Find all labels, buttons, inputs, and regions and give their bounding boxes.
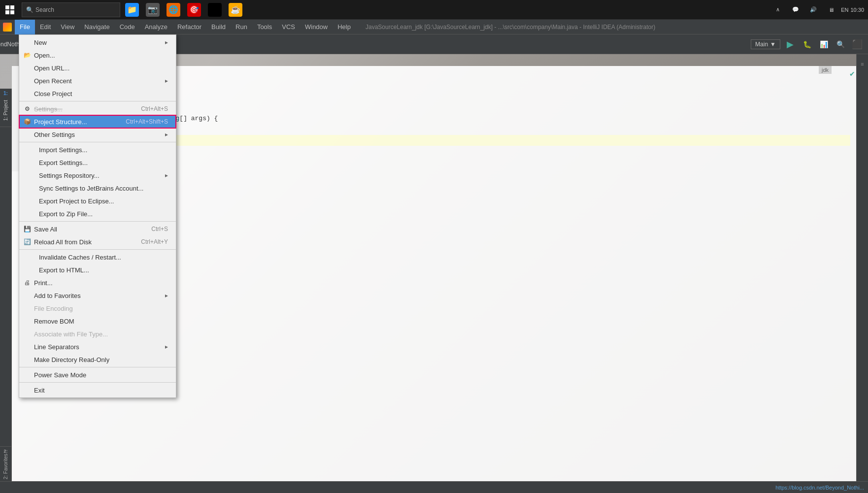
menu-exit[interactable]: Exit bbox=[19, 384, 176, 396]
taskbar-time: 10:30 bbox=[850, 7, 864, 13]
menu-view[interactable]: View bbox=[56, 20, 79, 34]
statusbar-right: https://blog.csdn.net/Beyond_Nothi... bbox=[775, 485, 864, 491]
menu-settings-repo[interactable]: Settings Repository... ▸ bbox=[19, 169, 176, 182]
menu-settings-label: Settings... bbox=[34, 105, 133, 113]
taskbar-app-icons: 📁 📷 🌐 🎯 IJ ☕ bbox=[122, 0, 245, 20]
project-panel-label[interactable]: 1: 1: Project bbox=[0, 89, 11, 127]
menu-project-structure[interactable]: 📦 Project Structure... Ctrl+Alt+Shift+S bbox=[19, 115, 176, 128]
windows-taskbar: 🔍 Search 📁 📷 🌐 🎯 IJ ☕ ∧ 💬 🔊 🖥 EN 10:30 bbox=[0, 0, 868, 20]
menu-settings[interactable]: ⚙ Settings... Ctrl+Alt+S bbox=[19, 102, 176, 115]
reload-icon: 🔄 bbox=[23, 238, 31, 246]
dropdown-section-7: Exit bbox=[19, 382, 176, 397]
menu-remove-bom-label: Remove BOM bbox=[34, 318, 168, 325]
run-button[interactable]: ▶ bbox=[783, 37, 797, 51]
menu-line-separators[interactable]: Line Separators ▸ bbox=[19, 340, 176, 353]
taskbar-lang: EN bbox=[841, 7, 848, 13]
project-number: 1: bbox=[3, 91, 8, 96]
toolbar-breadcrumb: yondNothing bbox=[4, 37, 18, 51]
menu-sync-settings[interactable]: Sync Settings to JetBrains Account... bbox=[19, 182, 176, 195]
menu-open-recent-arrow: ▸ bbox=[165, 77, 168, 84]
menu-build[interactable]: Build bbox=[206, 20, 231, 34]
menu-analyze[interactable]: Analyze bbox=[140, 20, 172, 34]
menu-print[interactable]: 🖨 Print... bbox=[19, 276, 176, 289]
menu-make-dir-readonly[interactable]: Make Directory Read-Only bbox=[19, 353, 176, 366]
menu-open-recent[interactable]: Open Recent ▸ bbox=[19, 74, 176, 87]
taskbar-app-browser[interactable]: 🌐 bbox=[164, 0, 183, 20]
save-all-shortcut: Ctrl+S bbox=[151, 226, 168, 232]
menu-open-recent-label: Open Recent bbox=[34, 77, 165, 85]
run-config-dropdown-icon: ▼ bbox=[770, 41, 776, 48]
gutter-checkmark: ✔ bbox=[849, 70, 855, 78]
menu-import-settings-label: Import Settings... bbox=[39, 146, 168, 154]
menu-close-project[interactable]: Close Project bbox=[19, 87, 176, 100]
dropdown-section-2: ⚙ Settings... Ctrl+Alt+S 📦 Project Struc… bbox=[19, 101, 176, 142]
menu-help[interactable]: Help bbox=[333, 20, 356, 34]
menu-export-zip[interactable]: Export to Zip File... bbox=[19, 207, 176, 220]
menu-add-favorites[interactable]: Add to Favorites ▸ bbox=[19, 289, 176, 302]
menu-print-label: Print... bbox=[34, 279, 168, 287]
taskbar-app-idea[interactable]: IJ bbox=[205, 0, 225, 20]
menu-export-eclipse[interactable]: Export Project to Eclipse... bbox=[19, 195, 176, 207]
menu-other-settings-arrow: ▸ bbox=[165, 131, 168, 138]
menu-navigate[interactable]: Navigate bbox=[79, 20, 114, 34]
ide-container: File Edit View Navigate Code Analyze Ref… bbox=[0, 20, 868, 493]
dropdown-section-4: 💾 Save All Ctrl+S 🔄 Reload All from Disk… bbox=[19, 221, 176, 249]
menu-add-favorites-arrow: ▸ bbox=[165, 292, 168, 299]
menu-vcs[interactable]: VCS bbox=[277, 20, 300, 34]
menu-import-settings[interactable]: Import Settings... bbox=[19, 143, 176, 156]
menu-save-all[interactable]: 💾 Save All Ctrl+S bbox=[19, 223, 176, 235]
stop-button[interactable]: ⬛ bbox=[850, 37, 864, 51]
taskbar-chat-icon[interactable]: 💬 bbox=[788, 2, 803, 18]
menu-window[interactable]: Window bbox=[300, 20, 333, 34]
taskbar-app-3[interactable]: 🎯 bbox=[184, 0, 204, 20]
menu-open[interactable]: 📂 Open... bbox=[19, 49, 176, 62]
project-structure-icon: 📦 bbox=[23, 118, 31, 126]
taskbar-right: ∧ 💬 🔊 🖥 EN 10:30 bbox=[770, 2, 868, 18]
menu-tools[interactable]: Tools bbox=[252, 20, 277, 34]
menu-open-url[interactable]: Open URL... bbox=[19, 62, 176, 74]
start-button[interactable] bbox=[0, 0, 20, 20]
taskbar-up-icon[interactable]: ∧ bbox=[770, 2, 786, 18]
menu-new[interactable]: New ▸ bbox=[19, 36, 176, 49]
menu-export-settings-label: Export Settings... bbox=[39, 159, 168, 166]
menu-exit-label: Exit bbox=[34, 387, 168, 394]
menu-export-settings[interactable]: Export Settings... bbox=[19, 156, 176, 169]
save-all-icon: 💾 bbox=[23, 225, 31, 233]
menu-invalidate-caches[interactable]: Invalidate Caches / Restart... bbox=[19, 251, 176, 263]
profile-button[interactable]: 🔍 bbox=[834, 37, 847, 51]
dropdown-section-1: New ▸ 📂 Open... Open URL... Open Recent … bbox=[19, 35, 176, 101]
window-title: JavaSourceLearn_jdk [G:\JavaSourceLearn_… bbox=[366, 24, 868, 31]
menu-open-label: Open... bbox=[34, 52, 168, 59]
svg-rect-1 bbox=[10, 5, 14, 9]
svg-rect-3 bbox=[10, 10, 14, 14]
taskbar-app-photos[interactable]: 📷 bbox=[143, 0, 163, 20]
menu-export-html[interactable]: Export to HTML... bbox=[19, 263, 176, 276]
taskbar-search[interactable]: 🔍 Search bbox=[22, 2, 120, 17]
menu-associate-file-type-label: Associate with File Type... bbox=[34, 330, 168, 338]
taskbar-monitor-icon[interactable]: 🖥 bbox=[823, 2, 839, 18]
menu-reload-disk[interactable]: 🔄 Reload All from Disk Ctrl+Alt+Y bbox=[19, 235, 176, 248]
coverage-button[interactable]: 📊 bbox=[817, 37, 831, 51]
menu-code[interactable]: Code bbox=[115, 20, 140, 34]
taskbar-app-explorer[interactable]: 📁 bbox=[122, 0, 142, 20]
dropdown-section-3: Import Settings... Export Settings... Se… bbox=[19, 142, 176, 221]
menu-remove-bom[interactable]: Remove BOM bbox=[19, 315, 176, 328]
menu-associate-file-type: Associate with File Type... bbox=[19, 328, 176, 340]
right-panel-btn[interactable]: ≡ bbox=[857, 58, 868, 70]
menu-refactor[interactable]: Refactor bbox=[172, 20, 206, 34]
taskbar-speaker-icon[interactable]: 🔊 bbox=[805, 2, 821, 18]
menu-invalidate-caches-label: Invalidate Caches / Restart... bbox=[39, 254, 168, 261]
menu-file[interactable]: File bbox=[15, 20, 35, 34]
menu-file-encoding-label: File Encoding bbox=[34, 305, 168, 312]
favorites-panel[interactable]: 2: 2: Favorites bbox=[0, 446, 12, 481]
menu-other-settings[interactable]: Other Settings ▸ bbox=[19, 128, 176, 141]
menu-edit[interactable]: Edit bbox=[35, 20, 56, 34]
debug-button[interactable]: 🐛 bbox=[800, 37, 814, 51]
run-config-select[interactable]: Main ▼ bbox=[751, 39, 780, 49]
taskbar-app-5[interactable]: ☕ bbox=[226, 0, 245, 20]
menu-run[interactable]: Run bbox=[231, 20, 252, 34]
menu-new-label: New bbox=[34, 39, 165, 46]
menu-save-all-label: Save All bbox=[34, 226, 143, 233]
open-icon: 📂 bbox=[23, 51, 31, 59]
menu-power-save-mode[interactable]: Power Save Mode bbox=[19, 368, 176, 381]
